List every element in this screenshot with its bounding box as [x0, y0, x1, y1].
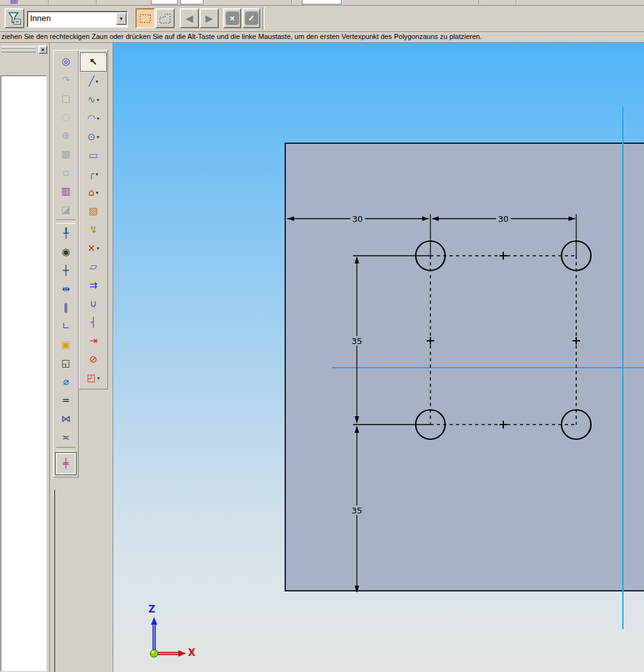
dropdown-arrow-icon[interactable]: ▾: [97, 116, 100, 121]
dropdown-arrow-icon[interactable]: ▾: [97, 97, 99, 103]
previous-button[interactable]: ◀: [180, 8, 199, 28]
coincident-constraint-icon: ┼: [63, 266, 68, 276]
hole-circles[interactable]: [416, 241, 591, 439]
line-tool[interactable]: ╱▾: [81, 72, 106, 90]
selection-filter-button[interactable]: [4, 8, 24, 28]
combobox-dropdown-button[interactable]: ▼: [116, 12, 127, 25]
toolbar-separator: [291, 0, 292, 4]
lock-constraint-tool[interactable]: ▣: [57, 336, 75, 354]
dimension-value[interactable]: 35: [350, 506, 365, 515]
zoom-area-tool[interactable]: ◰▾: [81, 369, 106, 387]
dropdown-arrow-icon[interactable]: ▾: [96, 190, 98, 196]
point-constraint-tool[interactable]: ╀: [57, 224, 75, 242]
spline-tool[interactable]: ∿▾: [81, 91, 106, 109]
fence-rect-tool[interactable]: ▢: [57, 90, 75, 107]
trim-tool[interactable]: ┤: [81, 313, 106, 331]
hatch-tool[interactable]: ▨: [81, 202, 106, 220]
position-icon: ⊕: [62, 131, 70, 141]
auto-dimension-tool[interactable]: ↯: [81, 221, 106, 238]
equal-constraint-tool[interactable]: =: [57, 391, 75, 409]
pattern-icon: ▦: [61, 150, 70, 159]
cad-application-window: { "top_toolbar": { "combo_value": "Innen…: [0, 0, 644, 672]
flip-side-tool[interactable]: ▱: [81, 258, 106, 276]
origin-ball: [150, 650, 158, 657]
position-tool[interactable]: ⊕: [57, 127, 75, 145]
symmetric-axis-constraint-tool[interactable]: ≍: [57, 428, 75, 446]
dimension-value[interactable]: 30: [496, 214, 511, 224]
dimension-value[interactable]: 35: [350, 336, 365, 346]
perpendicular-constraint-tool[interactable]: ∟: [57, 317, 75, 335]
symmetric-axis-constraint-icon: ≍: [62, 433, 70, 442]
tangent-constraint-icon: ⌀: [63, 377, 68, 387]
arc-tool[interactable]: ◠▾: [81, 109, 106, 127]
toolbar-separator: [96, 0, 97, 4]
constraints-toolbar: ◎↷▢◌⊕▦▫▥◪╀◉┼⇹∥∟▣◱⌀=⋈≍╪: [53, 50, 79, 478]
upper-toolbar-partial: [0, 0, 644, 6]
loft-tool[interactable]: ▥: [57, 182, 75, 200]
offset-icon: ⇉: [90, 281, 98, 290]
panel-client-area[interactable]: [1, 75, 47, 671]
offset-contour-tool[interactable]: ∪: [81, 295, 106, 313]
dropdown-arrow-icon[interactable]: ▾: [97, 246, 99, 251]
torus-icon: ◎: [61, 57, 70, 66]
panel-close-button[interactable]: ×: [38, 45, 47, 54]
face-tool[interactable]: ▫: [57, 164, 75, 182]
offset-tool[interactable]: ⇉: [81, 276, 106, 294]
toolbar-separator: [48, 0, 49, 4]
hatch-icon: ▨: [89, 207, 98, 216]
partial-field: [180, 0, 203, 4]
graphics-viewport[interactable]: 30 30 35 35 Z X: [113, 43, 644, 672]
profile-tool[interactable]: ⌂▾: [81, 184, 106, 201]
rectangle-tool[interactable]: ▭: [81, 146, 106, 164]
construction-lines[interactable]: [430, 256, 576, 425]
dropdown-arrow-icon[interactable]: ▾: [97, 134, 99, 140]
auto-constraint-settings-tool[interactable]: ╪: [55, 452, 77, 475]
concentric-constraint-tool[interactable]: ◉: [57, 243, 75, 261]
pattern-tool[interactable]: ▦: [57, 145, 75, 163]
circle-tool[interactable]: ⊙▾: [81, 128, 106, 146]
x-axis-arrow: [178, 650, 186, 657]
toolbar-separator: [262, 7, 265, 30]
symmetric-constraint-tool[interactable]: ⋈: [57, 410, 75, 428]
extend-tool[interactable]: ⇥: [81, 332, 106, 350]
remove-tangency-icon: ⊘: [90, 355, 98, 364]
panel-grip[interactable]: [1, 49, 36, 52]
accept-button[interactable]: ✓: [242, 8, 260, 28]
select-tool[interactable]: ↖: [80, 52, 107, 72]
fence-rectangle-button[interactable]: [136, 8, 155, 28]
selection-mode-combobox[interactable]: Innen ▼: [27, 11, 128, 27]
circle-icon: ⊙: [88, 132, 96, 142]
sketch-canvas[interactable]: [113, 43, 644, 672]
auto-constraint-settings-icon: ╪: [63, 459, 68, 469]
sweep-icon: ↷: [62, 75, 70, 85]
fence-polygon-button[interactable]: [155, 8, 175, 28]
coincident-constraint-tool[interactable]: ┼: [57, 262, 75, 279]
arrow-left-icon: ◀: [185, 13, 193, 24]
toolbar-separator: [56, 447, 75, 451]
sweep-tool[interactable]: ↷: [57, 71, 75, 89]
dimension-value[interactable]: 30: [350, 214, 365, 224]
dimension-icon: ×: [88, 244, 96, 253]
dropdown-arrow-icon[interactable]: ▾: [96, 171, 98, 177]
midpoint-constraint-tool[interactable]: ⇹: [57, 280, 75, 298]
fence-rectangle-icon: [139, 14, 151, 23]
auto-dimension-icon: ↯: [90, 225, 98, 235]
cancel-button[interactable]: ×: [223, 8, 241, 28]
remove-tangency-tool[interactable]: ⊘: [81, 350, 106, 368]
extrude-tool[interactable]: ◪: [57, 201, 75, 219]
dropdown-arrow-icon[interactable]: ▾: [97, 375, 100, 381]
coordinate-triad: [150, 617, 186, 657]
next-button[interactable]: ▶: [200, 8, 219, 28]
partial-field: [302, 0, 342, 4]
tangent-constraint-tool[interactable]: ⌀: [57, 373, 75, 391]
chevron-down-icon: ▼: [119, 16, 124, 22]
parallel-constraint-tool[interactable]: ∥: [57, 299, 75, 316]
fillet-tool[interactable]: ╭▾: [81, 165, 106, 183]
torus-tool[interactable]: ◎: [57, 52, 75, 70]
dimension-tool[interactable]: ×▾: [81, 239, 106, 257]
line-icon: ╱: [88, 77, 94, 86]
fence-polygon-tool[interactable]: ◌: [57, 108, 75, 126]
dropdown-arrow-icon[interactable]: ▾: [96, 79, 98, 84]
spline-icon: ∿: [88, 95, 96, 105]
fix-component-tool[interactable]: ◱: [57, 354, 75, 372]
